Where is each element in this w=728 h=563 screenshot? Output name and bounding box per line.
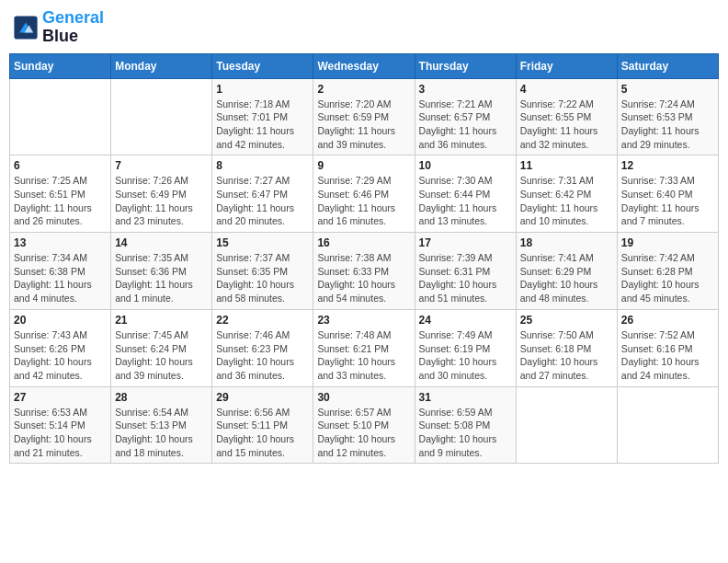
calendar-cell: 13Sunrise: 7:34 AM Sunset: 6:38 PM Dayli…: [10, 233, 111, 310]
day-detail: Sunrise: 7:29 AM Sunset: 6:46 PM Dayligh…: [317, 174, 410, 228]
day-number: 9: [317, 159, 410, 172]
calendar-cell: 16Sunrise: 7:38 AM Sunset: 6:33 PM Dayli…: [313, 233, 415, 310]
day-number: 2: [317, 83, 410, 96]
calendar-cell: 26Sunrise: 7:52 AM Sunset: 6:16 PM Dayli…: [617, 309, 718, 386]
calendar-cell: 2Sunrise: 7:20 AM Sunset: 6:59 PM Daylig…: [313, 78, 415, 155]
day-detail: Sunrise: 7:20 AM Sunset: 6:59 PM Dayligh…: [317, 98, 410, 152]
calendar-cell: 28Sunrise: 6:54 AM Sunset: 5:13 PM Dayli…: [111, 386, 212, 464]
calendar-cell: 21Sunrise: 7:45 AM Sunset: 6:24 PM Dayli…: [111, 309, 212, 386]
day-number: 15: [216, 236, 309, 249]
day-detail: Sunrise: 7:39 AM Sunset: 6:31 PM Dayligh…: [419, 251, 512, 305]
day-detail: Sunrise: 6:56 AM Sunset: 5:11 PM Dayligh…: [216, 406, 309, 460]
day-detail: Sunrise: 7:33 AM Sunset: 6:40 PM Dayligh…: [621, 174, 714, 228]
day-detail: Sunrise: 7:45 AM Sunset: 6:24 PM Dayligh…: [115, 328, 208, 383]
calendar-cell: 18Sunrise: 7:41 AM Sunset: 6:29 PM Dayli…: [516, 233, 617, 310]
day-number: 20: [14, 314, 107, 327]
day-detail: Sunrise: 7:24 AM Sunset: 6:53 PM Dayligh…: [621, 98, 714, 152]
day-number: 12: [621, 159, 714, 172]
weekday-header-monday: Monday: [111, 53, 212, 78]
calendar-week-0: 1Sunrise: 7:18 AM Sunset: 7:01 PM Daylig…: [10, 78, 719, 155]
day-detail: Sunrise: 7:18 AM Sunset: 7:01 PM Dayligh…: [216, 98, 309, 152]
day-number: 22: [216, 314, 309, 327]
day-detail: Sunrise: 7:49 AM Sunset: 6:19 PM Dayligh…: [419, 328, 512, 383]
weekday-header-wednesday: Wednesday: [313, 53, 415, 78]
day-number: 5: [621, 83, 714, 96]
day-number: 16: [317, 236, 410, 249]
logo-icon: [13, 15, 39, 40]
day-detail: Sunrise: 7:37 AM Sunset: 6:35 PM Dayligh…: [216, 251, 309, 305]
calendar-cell: 7Sunrise: 7:26 AM Sunset: 6:49 PM Daylig…: [111, 155, 212, 233]
day-detail: Sunrise: 7:48 AM Sunset: 6:21 PM Dayligh…: [317, 328, 410, 383]
calendar-cell: 20Sunrise: 7:43 AM Sunset: 6:26 PM Dayli…: [10, 309, 111, 386]
calendar-cell: 1Sunrise: 7:18 AM Sunset: 7:01 PM Daylig…: [212, 78, 313, 155]
calendar-cell: 4Sunrise: 7:22 AM Sunset: 6:55 PM Daylig…: [516, 78, 617, 155]
calendar-cell: 6Sunrise: 7:25 AM Sunset: 6:51 PM Daylig…: [10, 155, 111, 233]
day-detail: Sunrise: 7:22 AM Sunset: 6:55 PM Dayligh…: [520, 98, 613, 152]
day-detail: Sunrise: 7:25 AM Sunset: 6:51 PM Dayligh…: [14, 174, 107, 228]
calendar-cell: 29Sunrise: 6:56 AM Sunset: 5:11 PM Dayli…: [212, 386, 313, 464]
day-number: 26: [621, 314, 714, 327]
weekday-header-saturday: Saturday: [617, 53, 718, 78]
day-detail: Sunrise: 6:54 AM Sunset: 5:13 PM Dayligh…: [115, 406, 208, 460]
day-number: 3: [419, 83, 512, 96]
day-detail: Sunrise: 7:50 AM Sunset: 6:18 PM Dayligh…: [520, 328, 613, 383]
calendar-cell: 17Sunrise: 7:39 AM Sunset: 6:31 PM Dayli…: [415, 233, 516, 310]
day-number: 25: [520, 314, 613, 327]
day-number: 7: [115, 159, 208, 172]
calendar-cell: 12Sunrise: 7:33 AM Sunset: 6:40 PM Dayli…: [617, 155, 718, 233]
calendar-cell: 30Sunrise: 6:57 AM Sunset: 5:10 PM Dayli…: [313, 386, 415, 464]
day-detail: Sunrise: 6:57 AM Sunset: 5:10 PM Dayligh…: [317, 406, 410, 460]
day-number: 14: [115, 236, 208, 249]
calendar-week-1: 6Sunrise: 7:25 AM Sunset: 6:51 PM Daylig…: [10, 155, 719, 233]
calendar-cell: 25Sunrise: 7:50 AM Sunset: 6:18 PM Dayli…: [516, 309, 617, 386]
day-number: 1: [216, 83, 309, 96]
day-detail: Sunrise: 7:38 AM Sunset: 6:33 PM Dayligh…: [317, 251, 410, 305]
calendar-cell: 5Sunrise: 7:24 AM Sunset: 6:53 PM Daylig…: [617, 78, 718, 155]
calendar-week-3: 20Sunrise: 7:43 AM Sunset: 6:26 PM Dayli…: [10, 309, 719, 386]
day-number: 31: [419, 391, 512, 404]
day-number: 17: [419, 236, 512, 249]
day-number: 13: [14, 236, 107, 249]
page-header: General Blue: [9, 9, 719, 46]
calendar-cell: 10Sunrise: 7:30 AM Sunset: 6:44 PM Dayli…: [415, 155, 516, 233]
day-number: 19: [621, 236, 714, 249]
day-detail: Sunrise: 6:53 AM Sunset: 5:14 PM Dayligh…: [14, 406, 107, 460]
calendar-cell: 14Sunrise: 7:35 AM Sunset: 6:36 PM Dayli…: [111, 233, 212, 310]
calendar-cell: [10, 78, 111, 155]
calendar-cell: 31Sunrise: 6:59 AM Sunset: 5:08 PM Dayli…: [415, 386, 516, 464]
day-detail: Sunrise: 6:59 AM Sunset: 5:08 PM Dayligh…: [419, 406, 512, 460]
day-detail: Sunrise: 7:34 AM Sunset: 6:38 PM Dayligh…: [14, 251, 107, 305]
weekday-header-tuesday: Tuesday: [212, 53, 313, 78]
calendar-cell: 3Sunrise: 7:21 AM Sunset: 6:57 PM Daylig…: [415, 78, 516, 155]
calendar-cell: 22Sunrise: 7:46 AM Sunset: 6:23 PM Dayli…: [212, 309, 313, 386]
day-number: 28: [115, 391, 208, 404]
day-number: 6: [14, 159, 107, 172]
day-number: 24: [419, 314, 512, 327]
calendar-week-4: 27Sunrise: 6:53 AM Sunset: 5:14 PM Dayli…: [10, 386, 719, 464]
logo-text: General Blue: [42, 9, 104, 46]
calendar-table: SundayMondayTuesdayWednesdayThursdayFrid…: [9, 53, 719, 465]
day-detail: Sunrise: 7:41 AM Sunset: 6:29 PM Dayligh…: [520, 251, 613, 305]
day-number: 27: [14, 391, 107, 404]
day-number: 18: [520, 236, 613, 249]
weekday-header-thursday: Thursday: [415, 53, 516, 78]
day-number: 8: [216, 159, 309, 172]
calendar-cell: 27Sunrise: 6:53 AM Sunset: 5:14 PM Dayli…: [10, 386, 111, 464]
calendar-cell: 23Sunrise: 7:48 AM Sunset: 6:21 PM Dayli…: [313, 309, 415, 386]
day-number: 21: [115, 314, 208, 327]
day-number: 29: [216, 391, 309, 404]
day-number: 30: [317, 391, 410, 404]
calendar-cell: 19Sunrise: 7:42 AM Sunset: 6:28 PM Dayli…: [617, 233, 718, 310]
calendar-cell: [617, 386, 718, 464]
calendar-cell: 24Sunrise: 7:49 AM Sunset: 6:19 PM Dayli…: [415, 309, 516, 386]
day-detail: Sunrise: 7:42 AM Sunset: 6:28 PM Dayligh…: [621, 251, 714, 305]
calendar-cell: 11Sunrise: 7:31 AM Sunset: 6:42 PM Dayli…: [516, 155, 617, 233]
day-number: 11: [520, 159, 613, 172]
day-detail: Sunrise: 7:21 AM Sunset: 6:57 PM Dayligh…: [419, 98, 512, 152]
day-number: 10: [419, 159, 512, 172]
day-detail: Sunrise: 7:26 AM Sunset: 6:49 PM Dayligh…: [115, 174, 208, 228]
day-detail: Sunrise: 7:30 AM Sunset: 6:44 PM Dayligh…: [419, 174, 512, 228]
calendar-cell: 15Sunrise: 7:37 AM Sunset: 6:35 PM Dayli…: [212, 233, 313, 310]
day-detail: Sunrise: 7:27 AM Sunset: 6:47 PM Dayligh…: [216, 174, 309, 228]
calendar-cell: [111, 78, 212, 155]
